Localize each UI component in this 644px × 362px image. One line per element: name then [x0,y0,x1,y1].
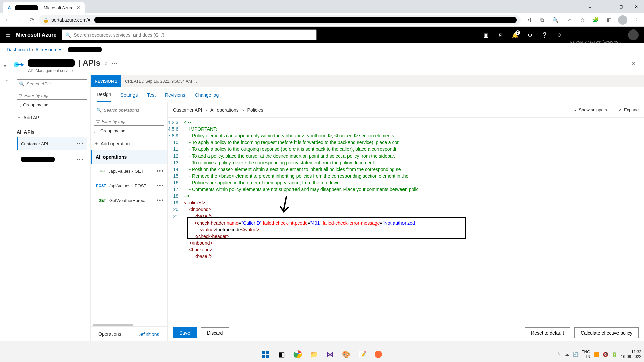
azure-brand[interactable]: Microsoft Azure [16,32,56,38]
chrome-menu-icon[interactable]: ⋮ [631,15,641,25]
api-item-redacted[interactable]: ••• [17,153,87,166]
api-search-input[interactable] [26,81,85,86]
file-explorer-icon[interactable]: 📁 [307,348,321,361]
language-indicator[interactable]: ENG IN [582,350,590,359]
onedrive-icon[interactable]: ☁ [565,352,569,357]
window-maximize-icon[interactable]: ▢ [613,0,629,13]
install-app-icon[interactable]: ⧉ [537,15,547,25]
code-content[interactable]: <!-- IMPORTANT: - Policy elements can ap… [181,118,644,324]
reset-button[interactable]: Reset to default [525,327,570,338]
operation-more-icon[interactable]: ••• [156,168,164,174]
hamburger-menu-icon[interactable]: ☰ [5,31,11,39]
tab-revisions[interactable]: Revisions [165,87,185,102]
nav-back-button[interactable]: ← [3,15,12,25]
azure-search[interactable]: 🔍 [62,29,317,40]
api-filter-box[interactable]: ▽ [17,91,87,100]
bookmark-icon[interactable]: ☆ [577,15,588,25]
editor-crumb-api[interactable]: Customer API [173,107,202,113]
side-panel-icon[interactable]: ◧ [604,15,614,25]
extensions-icon[interactable]: 🧩 [590,15,601,25]
battery-icon[interactable]: 🔋 [612,352,618,357]
group-by-tag-checkbox[interactable]: Group by tag [17,102,87,107]
editor-crumb-ops[interactable]: All operations [210,107,239,113]
close-tab-icon[interactable]: ✕ [76,5,80,10]
all-operations-item[interactable]: All operations [91,150,167,164]
operation-item[interactable]: GET /api/Values - GET ••• [91,164,167,178]
close-blade-icon[interactable]: ✕ [630,58,637,68]
code-editor[interactable]: 1 2 3 4 5 6 7 8 9 10 11 12 13 14 15 16 1… [168,118,644,324]
azure-search-input[interactable] [74,32,313,38]
api-item-more-icon[interactable]: ••• [77,157,84,162]
collapse-sidebar-icon[interactable]: « [0,75,13,341]
expand-button[interactable]: ⤢ Expand [618,106,639,114]
operation-item[interactable]: POST /api/Values - POST ••• [91,178,167,193]
visual-studio-icon[interactable]: ⋈ [323,348,337,361]
group-by-tag-input[interactable] [17,103,21,107]
clock[interactable]: 11:33 16-09-2022 [621,350,641,359]
tab-operations[interactable]: Operations [91,327,129,341]
nav-forward-button[interactable]: → [15,15,24,25]
api-filter-input[interactable] [24,93,85,98]
paint-icon[interactable]: 🎨 [339,348,353,361]
expand-nav-icon[interactable]: » [4,63,6,68]
wifi-icon[interactable]: 📶 [594,352,599,357]
help-icon[interactable]: ❔ [538,28,551,42]
window-minimize-icon[interactable]: — [598,0,613,13]
save-button[interactable]: Save [173,327,197,338]
ops-search-input[interactable] [104,108,162,113]
ops-filter-input[interactable] [102,119,162,124]
add-api-button[interactable]: ＋ Add API [17,115,87,121]
tab-test[interactable]: Test [147,87,156,102]
chrome-icon[interactable] [291,348,305,361]
sync-icon[interactable]: 🔄 [573,352,578,357]
tab-design[interactable]: Design [97,87,111,102]
operation-more-icon[interactable]: ••• [156,197,164,203]
ops-group-by-tag-checkbox[interactable]: Group by tag [94,128,164,133]
notepad-icon[interactable]: 📝 [356,348,369,361]
revision-dropdown-icon[interactable]: ⌄ [195,79,198,84]
operation-item[interactable]: GET GetWeatherForec... ••• [91,193,167,208]
calculate-policy-button[interactable]: Calculate effective policy [574,327,639,338]
settings-icon[interactable]: ⚙ [523,28,537,42]
more-actions-icon[interactable]: ⋯ [112,59,118,67]
tray-chevron-icon[interactable]: ＾ [556,351,561,357]
api-item-customer[interactable]: Customer API ••• [17,137,87,150]
revision-badge[interactable]: REVISION 1 [91,75,121,87]
breadcrumb-all-resources[interactable]: All resources [35,47,62,52]
profile-avatar[interactable] [617,15,628,25]
postman-icon[interactable] [372,348,385,361]
api-item-more-icon[interactable]: ••• [77,141,84,146]
tab-definitions[interactable]: Definitions [129,327,168,341]
directories-icon[interactable]: ⎘ [494,28,507,42]
account-avatar[interactable] [628,29,639,40]
chrome-tab-azure[interactable]: A - Microsoft Azure ✕ [3,2,85,13]
show-snippets-button[interactable]: ⌄ Show snippets [568,106,612,114]
omnibox[interactable]: 🔒 portal.azure.com/# [39,15,521,25]
tab-settings[interactable]: Settings [121,87,138,102]
discard-button[interactable]: Discard [201,327,229,338]
operation-more-icon[interactable]: ••• [156,183,164,189]
nav-reload-button[interactable]: ⟳ [27,15,36,25]
ops-search-box[interactable]: 🔍 [94,106,164,114]
task-view-icon[interactable]: ◧ [275,348,288,361]
cloud-shell-icon[interactable]: ▣ [479,28,492,42]
horizontal-scrollbar[interactable] [93,324,133,326]
start-button[interactable] [259,348,272,361]
tab-changelog[interactable]: Change log [195,87,219,102]
new-tab-button[interactable]: ＋ [87,3,97,12]
volume-icon[interactable]: 🔇 [603,352,608,357]
ops-filter-box[interactable]: ▽ [94,117,164,126]
add-operation-button[interactable]: ＋ Add operation [94,141,164,147]
all-apis-header[interactable]: All APIs [17,129,87,135]
notifications-icon[interactable]: 🔔7 [508,28,522,42]
share-icon[interactable]: ↗ [564,15,574,25]
favorite-star-icon[interactable]: ☆ [104,60,108,66]
ops-group-by-tag-input[interactable] [94,129,98,133]
tab-search-icon[interactable]: ⌄ [582,0,598,13]
window-close-icon[interactable]: ✕ [629,0,644,13]
api-search-box[interactable]: 🔍 [17,79,87,88]
zoom-icon[interactable]: 🔍 [550,15,561,25]
breadcrumb-dashboard[interactable]: Dashboard [7,47,30,52]
key-icon[interactable]: ⚿ [523,15,534,25]
feedback-icon[interactable]: ☺ [553,28,566,42]
